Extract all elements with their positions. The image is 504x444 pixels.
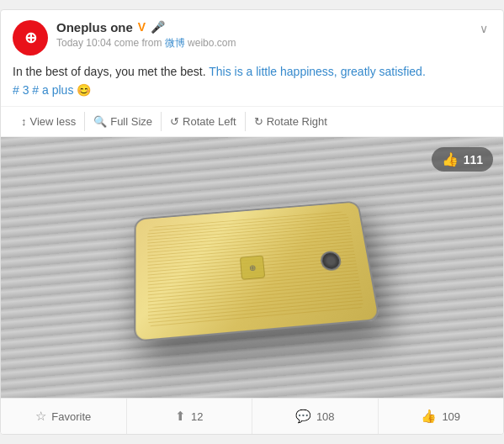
favorite-icon: ☆	[35, 409, 46, 424]
full-size-button[interactable]: 🔍 Full Size	[85, 112, 162, 131]
phone-device: ⊕	[134, 201, 380, 342]
post-emoji: 😊	[77, 83, 91, 97]
comment-button[interactable]: 💬 108	[252, 399, 379, 434]
view-less-button[interactable]: ↕ View less	[13, 112, 85, 131]
post-footer: ☆ Favorite ⬆ 12 💬 108 👍 109	[1, 398, 503, 434]
post-card: ⊕ Oneplus one V 🎤 Today 10:04 come from …	[0, 9, 504, 436]
thumb-up-icon: 👍	[442, 151, 459, 167]
post-text-highlight: This is a little happiness, greatly sati…	[209, 65, 426, 78]
post-source-text: come from	[114, 37, 162, 49]
repost-count: 12	[191, 410, 203, 423]
comment-count: 108	[316, 410, 335, 423]
full-size-icon: 🔍	[93, 115, 107, 128]
avatar-logo: ⊕	[24, 30, 37, 45]
user-emoji: 🎤	[151, 20, 165, 34]
image-toolbar: ↕ View less 🔍 Full Size ↺ Rotate Left ↻ …	[1, 106, 503, 137]
view-less-icon: ↕	[21, 115, 27, 128]
post-hashtag[interactable]: # 3 # a plus	[13, 83, 73, 97]
like-count: 111	[464, 153, 483, 166]
favorite-button[interactable]: ☆ Favorite	[1, 399, 127, 434]
repost-icon: ⬆	[175, 409, 186, 424]
favorite-label: Favorite	[51, 410, 91, 423]
like-button[interactable]: 👍 109	[379, 399, 504, 434]
rotate-left-icon: ↺	[170, 115, 179, 128]
repost-button[interactable]: ⬆ 12	[127, 399, 253, 434]
phone-camera	[319, 251, 342, 272]
like-badge[interactable]: 👍 111	[432, 147, 493, 172]
comment-icon: 💬	[295, 409, 311, 424]
more-options-button[interactable]: ∨	[476, 20, 491, 37]
post-meta: Today 10:04 come from 微博 weibo.com	[56, 36, 468, 50]
user-info: Oneplus one V 🎤 Today 10:04 come from 微博…	[56, 20, 468, 50]
user-name[interactable]: Oneplus one	[56, 20, 133, 34]
post-header: ⊕ Oneplus one V 🎤 Today 10:04 come from …	[1, 10, 503, 62]
view-less-label: View less	[30, 115, 77, 128]
phone-image: ⊕	[1, 137, 503, 398]
full-size-label: Full Size	[110, 115, 152, 128]
post-image-container: ⊕ 👍 111	[1, 137, 503, 398]
like-icon: 👍	[421, 409, 437, 424]
post-site: weibo.com	[188, 37, 236, 49]
user-name-row: Oneplus one V 🎤	[56, 20, 468, 34]
phone-back-detail: ⊕	[146, 211, 364, 330]
rotate-right-button[interactable]: ↻ Rotate Right	[246, 112, 336, 131]
rotate-left-button[interactable]: ↺ Rotate Left	[162, 112, 246, 131]
rotate-left-label: Rotate Left	[183, 115, 236, 128]
post-text-normal: In the best of days, you met the best.	[13, 65, 206, 78]
phone-logo: ⊕	[239, 256, 264, 280]
post-weibo[interactable]: 微博	[165, 37, 185, 49]
user-avatar[interactable]: ⊕	[13, 20, 48, 56]
like-count-footer: 109	[442, 410, 460, 423]
verified-badge: V	[138, 20, 146, 34]
post-time: Today 10:04	[56, 37, 111, 49]
rotate-right-label: Rotate Right	[267, 115, 327, 128]
post-text: In the best of days, you met the best. T…	[1, 62, 503, 107]
rotate-right-icon: ↻	[254, 115, 263, 128]
